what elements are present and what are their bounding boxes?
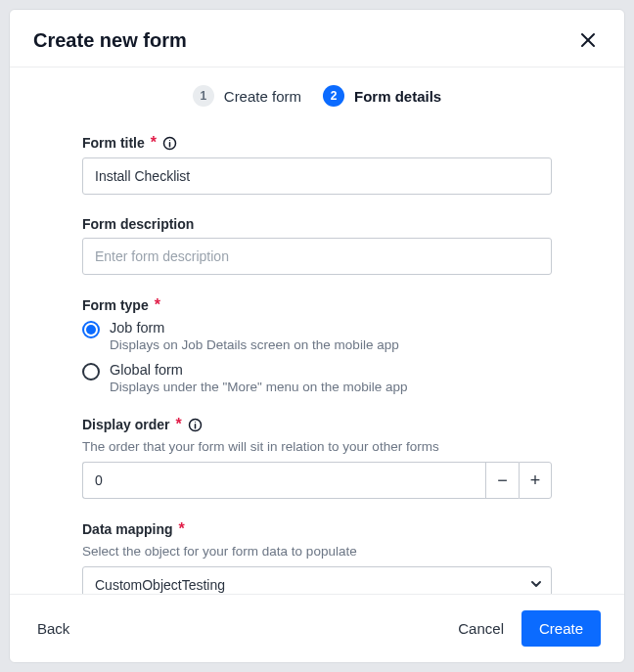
required-mark: * [179, 520, 185, 538]
modal-title: Create new form [33, 29, 187, 52]
field-form-title: Form title * [82, 134, 552, 195]
cancel-button[interactable]: Cancel [454, 612, 508, 645]
radio-description: Displays on Job Details screen on the mo… [110, 337, 552, 352]
field-form-type: Form type * Job form Displays on Job Det… [82, 296, 552, 394]
create-button[interactable]: Create [521, 610, 601, 647]
data-mapping-select-wrap: CustomObjectTesting [82, 566, 552, 594]
field-label: Display order [82, 417, 169, 432]
field-label: Form description [82, 216, 194, 232]
info-icon[interactable] [162, 136, 177, 151]
form-title-input[interactable] [82, 157, 552, 195]
modal-footer: Back Cancel Create [10, 594, 624, 662]
radio-global-form[interactable]: Global form Displays under the "More" me… [82, 362, 552, 394]
data-mapping-select[interactable]: CustomObjectTesting [82, 566, 552, 594]
stepper: 1 Create form 2 Form details [82, 85, 552, 107]
field-label: Form type [82, 297, 149, 313]
step-number: 2 [323, 85, 344, 107]
required-mark: * [175, 416, 181, 433]
step-form-details[interactable]: 2 Form details [323, 85, 441, 107]
display-order-input[interactable] [82, 462, 485, 499]
radio-icon [82, 321, 100, 338]
field-subtext: Select the object for your form data to … [82, 544, 552, 559]
form-type-radio-group: Job form Displays on Job Details screen … [82, 320, 552, 394]
increment-button[interactable]: + [519, 462, 552, 499]
modal-body: 1 Create form 2 Form details Form title … [10, 67, 624, 594]
step-number: 1 [193, 85, 214, 107]
required-mark: * [151, 134, 157, 152]
modal-header: Create new form [10, 10, 624, 67]
display-order-stepper: − + [82, 462, 552, 499]
radio-title: Job form [110, 320, 552, 336]
step-label: Create form [224, 88, 301, 105]
step-create-form[interactable]: 1 Create form [193, 85, 301, 107]
field-label: Data mapping [82, 521, 173, 537]
radio-description: Displays under the "More" menu on the mo… [110, 380, 552, 394]
field-display-order: Display order * The order that your form… [82, 416, 552, 499]
radio-title: Global form [110, 362, 552, 378]
decrement-button[interactable]: − [485, 462, 519, 499]
close-button[interactable] [575, 27, 601, 53]
minus-icon: − [497, 470, 508, 491]
radio-job-form[interactable]: Job form Displays on Job Details screen … [82, 320, 552, 352]
step-label: Form details [354, 88, 441, 105]
required-mark: * [155, 296, 160, 314]
back-button[interactable]: Back [33, 612, 73, 645]
svg-point-7 [195, 421, 196, 422]
create-form-modal: Create new form 1 Create form 2 Form det… [9, 9, 625, 663]
form-description-input[interactable] [82, 238, 552, 275]
field-subtext: The order that your form will sit in rel… [82, 439, 552, 454]
close-icon [579, 31, 597, 49]
radio-icon [82, 363, 100, 381]
field-label: Form title [82, 135, 145, 151]
field-data-mapping: Data mapping * Select the object for you… [82, 520, 552, 594]
svg-point-4 [169, 139, 170, 140]
plus-icon: + [530, 470, 541, 491]
field-form-description: Form description [82, 216, 552, 275]
info-icon[interactable] [188, 418, 203, 432]
